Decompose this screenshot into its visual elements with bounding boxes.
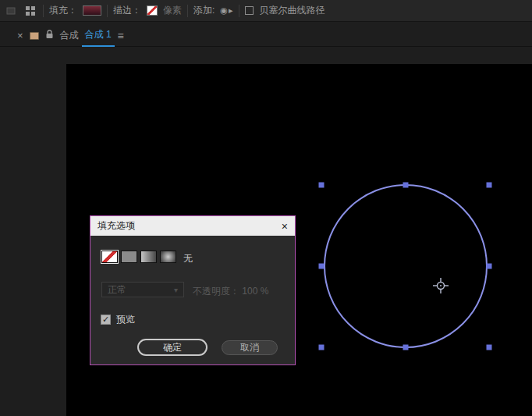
fill-type-selected-label: 无 — [183, 252, 193, 265]
ellipse-shape[interactable] — [325, 185, 487, 347]
bezier-path-checkbox[interactable] — [245, 6, 254, 15]
cancel-button[interactable]: 取消 — [222, 340, 278, 355]
selection-handle[interactable] — [319, 345, 325, 350]
add-target-icon: ◉ — [220, 5, 229, 15]
selection-handles — [319, 183, 492, 350]
stroke-width-unit: 像素 — [163, 4, 182, 17]
opacity-label: 不透明度： — [193, 286, 239, 297]
fill-color-swatch[interactable] — [83, 5, 101, 16]
fill-linear-gradient-button[interactable] — [140, 251, 157, 263]
cancel-button-label: 取消 — [240, 341, 259, 354]
fill-solid-button[interactable] — [121, 251, 137, 263]
anchor-point[interactable] — [433, 278, 449, 293]
tab-close-button[interactable]: × — [17, 30, 23, 41]
shape-toolbar: 填充： 描边： 像素 添加: ◉▸ 贝塞尔曲线路径 — [0, 0, 532, 22]
toolbar-separator — [239, 5, 239, 17]
toolbar-separator — [187, 5, 188, 17]
fill-none-button[interactable] — [101, 251, 118, 263]
active-composition-tab[interactable]: 合成 1 — [85, 28, 112, 43]
add-label: 添加: — [193, 4, 215, 17]
active-tab-underline — [82, 45, 115, 47]
fill-options-dialog: 填充选项 × 无 正常 ▾ 不透明度： 100 % ✓ 预览 确定 — [90, 215, 296, 365]
panel-grip-icon — [4, 4, 18, 18]
panel-menu-icon[interactable]: ≡ — [118, 30, 124, 42]
dialog-title: 填充选项 — [98, 219, 282, 233]
add-caret-icon: ▸ — [229, 5, 234, 15]
blend-mode-value: 正常 — [108, 283, 126, 297]
selection-handle[interactable] — [487, 183, 492, 188]
toolbar-separator — [107, 5, 108, 17]
selection-handle[interactable] — [487, 345, 492, 350]
active-tab-label: 合成 1 — [85, 29, 112, 40]
ok-button[interactable]: 确定 — [137, 339, 207, 356]
selection-handle[interactable] — [319, 183, 325, 188]
workspace-grid-icon[interactable] — [23, 4, 37, 18]
opacity-unit: % — [261, 286, 269, 297]
stroke-label[interactable]: 描边： — [113, 4, 141, 17]
add-property-button[interactable]: ◉▸ — [220, 5, 233, 16]
preview-label: 预览 — [116, 313, 135, 326]
toolbar-separator — [43, 5, 44, 17]
selection-handle[interactable] — [403, 345, 409, 350]
preview-checkbox[interactable]: ✓ — [101, 315, 111, 325]
comp-color-chip — [30, 32, 39, 40]
after-effects-window: 填充： 描边： 像素 添加: ◉▸ 贝塞尔曲线路径 × 合成 合成 1 — [0, 0, 532, 416]
dialog-close-icon[interactable]: × — [282, 221, 288, 232]
ok-button-label: 确定 — [163, 341, 182, 354]
fill-radial-gradient-button[interactable] — [160, 251, 176, 263]
fill-label[interactable]: 填充： — [49, 4, 77, 17]
composition-tabbar: × 合成 合成 1 ≡ — [0, 23, 532, 47]
blend-mode-select[interactable]: 正常 ▾ — [101, 282, 184, 297]
opacity-row: 不透明度： 100 % — [193, 285, 268, 298]
chevron-down-icon: ▾ — [174, 286, 178, 294]
checkmark-icon: ✓ — [102, 315, 109, 324]
dialog-titlebar[interactable]: 填充选项 × — [90, 216, 295, 236]
fill-type-row — [101, 251, 176, 263]
selection-handle[interactable] — [487, 264, 492, 269]
bezier-path-label: 贝塞尔曲线路径 — [259, 4, 325, 17]
selection-handle[interactable] — [403, 183, 409, 188]
composition-tab[interactable]: × 合成 合成 1 ≡ — [17, 28, 124, 43]
preview-row: ✓ 预览 — [101, 313, 135, 326]
stroke-color-swatch[interactable] — [147, 5, 158, 16]
panel-name-label: 合成 — [60, 29, 79, 42]
opacity-value[interactable]: 100 — [242, 286, 257, 297]
lock-icon[interactable] — [45, 30, 54, 41]
selection-handle[interactable] — [319, 264, 325, 269]
